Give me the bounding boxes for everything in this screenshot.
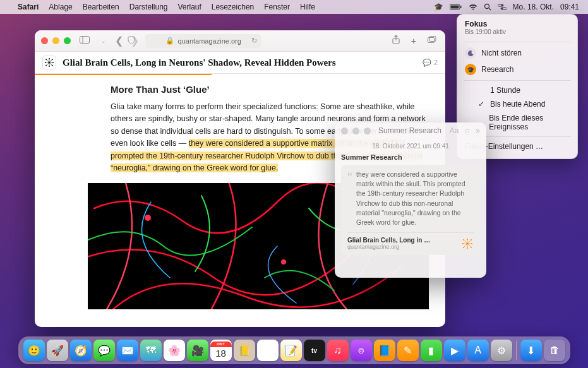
dock-app-appstore[interactable]: A (467, 340, 489, 361)
focus-duration-option[interactable]: ✓Bis heute Abend (457, 97, 577, 111)
address-bar[interactable]: 🔒 quantamagazine.org ↻ (145, 34, 261, 48)
checkmark-icon: ✓ (477, 100, 485, 109)
menu-verlauf[interactable]: Verlauf (172, 0, 206, 14)
source-favicon (461, 237, 474, 250)
reload-icon[interactable]: ↻ (251, 37, 257, 45)
menu-bearbeiten[interactable]: Bearbeiten (78, 0, 124, 14)
svg-point-8 (501, 8, 502, 9)
menubar-date[interactable]: Mo. 18. Okt. (513, 3, 554, 11)
dock-separator (516, 341, 517, 360)
safari-toolbar: ⌄ ❮ ❯ 🔒 quantamagazine.org ↻ + (35, 30, 445, 52)
dock-app-music[interactable]: ♫ (327, 340, 349, 361)
spotlight-icon[interactable] (484, 3, 491, 11)
comment-count[interactable]: 💬 2 (423, 59, 438, 67)
dock-app-podcasts[interactable]: ⌾ (351, 340, 372, 361)
dock-app-pages[interactable]: ✎ (397, 340, 419, 361)
svg-rect-13 (429, 37, 436, 42)
svg-point-44 (463, 239, 464, 240)
dock-app-keynote[interactable]: ▶ (444, 340, 465, 361)
focus-mode-dnd[interactable]: Nicht stören (457, 45, 577, 61)
back-button[interactable]: ❮ (115, 35, 123, 47)
window-controls (341, 128, 371, 134)
svg-line-26 (49, 62, 52, 66)
share-icon[interactable] (390, 34, 402, 47)
svg-line-37 (467, 240, 471, 244)
moon-icon (465, 47, 476, 59)
dock-app-calendar[interactable]: OKT18 (210, 340, 232, 361)
svg-line-24 (49, 59, 52, 62)
menubar: Safari Ablage Bearbeiten Darstellung Ver… (0, 0, 588, 14)
focus-title: Fokus (457, 20, 577, 28)
dock-app-messages[interactable]: 💬 (93, 340, 115, 361)
tabs-overview-icon[interactable] (425, 35, 439, 47)
dock-app-maps[interactable]: 🗺 (140, 340, 162, 361)
menu-fenster[interactable]: Fenster (259, 0, 295, 14)
window-controls (41, 37, 71, 44)
svg-line-39 (467, 244, 471, 247)
expand-icon[interactable]: » (476, 126, 480, 135)
app-menu[interactable]: Safari (13, 0, 44, 14)
svg-point-3 (484, 4, 489, 9)
dock-app-finder[interactable]: 🙂 (23, 340, 45, 361)
focus-duration-option[interactable]: 1 Stunde (457, 83, 577, 97)
focus-mode-label: Nicht stören (481, 49, 522, 57)
svg-rect-12 (428, 38, 435, 43)
dock-app-safari[interactable]: 🧭 (70, 340, 92, 361)
dock-app-photos[interactable]: 🌸 (164, 340, 185, 361)
dock-app-numbers[interactable]: ▮ (421, 340, 442, 361)
close-button[interactable] (341, 128, 348, 134)
menubar-time[interactable]: 09:41 (560, 3, 579, 11)
link-icon[interactable]: ⍜ (465, 126, 469, 135)
focus-menuextra-icon[interactable]: 🎓 (434, 3, 443, 11)
battery-icon[interactable] (450, 4, 462, 10)
dock-app-mail[interactable]: ✉️ (117, 340, 138, 361)
dock-app-contacts[interactable]: 📒 (234, 340, 255, 361)
focus-mode-research[interactable]: 🎓 Research (457, 61, 577, 78)
svg-line-23 (46, 59, 49, 62)
svg-rect-9 (80, 37, 90, 44)
shield-icon[interactable] (128, 36, 135, 45)
dock-app-settings[interactable]: ⚙ (491, 340, 512, 361)
wifi-icon[interactable] (469, 4, 477, 11)
chevron-down-icon[interactable]: ⌄ (99, 37, 109, 45)
menu-darstellung[interactable]: Darstellung (124, 0, 173, 14)
svg-line-36 (464, 240, 467, 244)
dock-app-notes[interactable]: 📝 (280, 340, 302, 361)
notes-toolbar: Summer Research Aa ⍜ » (335, 122, 486, 139)
dock-app-reminders[interactable]: ☑ (257, 340, 279, 361)
url-host: quantamagazine.org (178, 37, 241, 45)
dock-trash[interactable]: 🗑 (544, 340, 565, 361)
dock-app-facetime[interactable]: 🎥 (187, 340, 208, 361)
svg-line-38 (464, 244, 467, 247)
new-tab-icon[interactable]: + (409, 35, 419, 47)
quoted-text: they were considered a supportive matrix… (347, 170, 474, 227)
site-favicon (42, 56, 56, 69)
menu-hilfe[interactable]: Hilfe (295, 0, 320, 14)
minimize-button[interactable] (352, 128, 359, 134)
dock-app-launchpad[interactable]: 🚀 (47, 340, 68, 361)
svg-point-48 (467, 239, 468, 240)
svg-point-33 (281, 259, 286, 264)
source-domain: quantamagazine.org (347, 244, 430, 250)
focus-mode-label: Research (481, 65, 513, 74)
menu-ablage[interactable]: Ablage (44, 0, 77, 14)
minimize-button[interactable] (52, 37, 59, 44)
dock-app-tv[interactable]: tv (304, 340, 325, 361)
dock-app-books[interactable]: 📘 (374, 340, 395, 361)
format-icon[interactable]: Aa (450, 126, 459, 135)
quick-note-window: Summer Research Aa ⍜ » 18. Oktober 2021 … (335, 122, 486, 278)
sidebar-toggle-icon[interactable] (77, 35, 92, 47)
notes-window-title: Summer Research (378, 126, 441, 135)
quote-card: they were considered a supportive matrix… (341, 165, 480, 255)
control-center-icon[interactable] (498, 4, 507, 10)
close-button[interactable] (41, 37, 48, 44)
svg-point-45 (471, 239, 472, 240)
zoom-button[interactable] (64, 37, 71, 44)
note-title[interactable]: Summer Research (341, 153, 480, 161)
zoom-button[interactable] (364, 128, 371, 134)
menu-lesezeichen[interactable]: Lesezeichen (207, 0, 259, 14)
svg-rect-2 (460, 6, 462, 8)
dock-downloads[interactable]: ⬇ (520, 340, 542, 361)
source-link[interactable]: Glial Brain Cells, Long in … quantamagaz… (347, 232, 474, 250)
svg-point-47 (471, 247, 472, 248)
